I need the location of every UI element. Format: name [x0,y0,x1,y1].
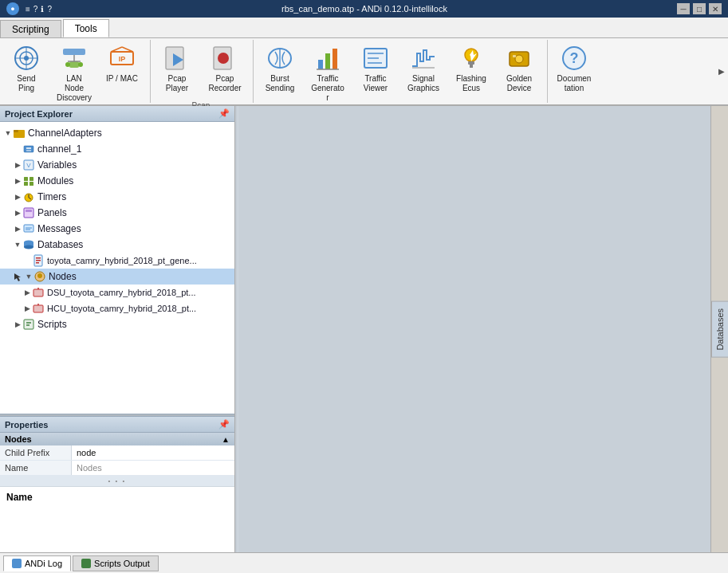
expand-icon[interactable]: ▶ [13,160,22,170]
svg-rect-5 [63,49,85,55]
tree-label: DSU_toyota_camry_hybrid_2018_pt... [47,288,196,297]
tree-label: Modules [37,175,73,186]
andi-log-label: ANDi Log [25,559,62,568]
project-explorer-title: Project Explorer [5,109,73,119]
expand-icon[interactable]: ▶ [13,224,22,234]
flashing-ecus-button[interactable]: Flashing Ecus [448,40,494,107]
minimize-button[interactable]: ─ [677,3,690,14]
databases-sidebar-label[interactable]: Databases [711,301,729,358]
docs-label: Documentation [557,74,592,93]
svg-point-34 [515,55,523,63]
menu-icon[interactable]: ≡ [26,5,30,14]
tree-item-scripts[interactable]: ▶ Scripts [0,316,234,332]
tree-item-channel-adapters[interactable]: ▼ ChannelAdapters [0,125,234,141]
app-logo: ● [6,2,19,15]
lan-node-icon [60,44,89,73]
expand-icon[interactable]: ▶ [13,176,22,186]
tree-item-databases[interactable]: ▼ Databases [0,237,234,253]
pcap-player-button[interactable]: Pcap Player [154,40,200,100]
svg-point-18 [218,53,229,64]
tab-scripting[interactable]: Scripting [0,20,61,37]
titlebar: ● ≡ ? ℹ ? rbs_can_demo.atp - ANDi 0.12.0… [0,0,728,18]
tree-item-variables[interactable]: ▶ V Variables [0,157,234,173]
lan-node-label: LAN Node Discovery [57,74,92,103]
svg-rect-22 [325,53,330,69]
properties-header: Properties 📌 [0,417,234,433]
ip-mac-button[interactable]: IP IP / MAC [99,40,145,107]
tree-label: channel_1 [37,143,81,155]
signal-graphics-button[interactable]: Signal Graphics [400,40,447,107]
expand-icon[interactable]: ▶ [13,320,22,329]
db-file-icon [32,254,45,267]
burst-sending-button[interactable]: Burst Sending [257,40,303,107]
toolbar-group-misc: Burst Sending Traffic Generator [257,40,548,103]
scripts-output-icon [81,559,91,568]
props-section-header: Nodes ▲ [0,433,234,445]
tree-label: Panels [37,207,67,218]
expand-icon[interactable]: ▼ [3,128,13,138]
tree-item-hcu[interactable]: ▶ HCU_toyota_camry_hybrid_2018_pt... [0,300,234,316]
tree-item-messages[interactable]: ▶ Messages [0,221,234,237]
svg-rect-62 [36,260,41,261]
expand-icon[interactable]: ▶ [22,288,32,297]
svg-rect-23 [333,49,337,69]
help-icon[interactable]: ? [33,5,38,14]
andi-log-tab[interactable]: ANDi Log [3,555,71,571]
name-label: Name [0,461,72,475]
toolbar-group-network: Send Ping LAN Node Discovery [3,40,151,103]
maximize-button[interactable]: □ [693,3,706,14]
tree-item-channel1[interactable]: ▶ channel_1 [0,141,234,157]
traffic-viewer-button[interactable]: Traffic Viewer [352,40,399,107]
signal-label: Signal Graphics [406,74,441,93]
scripts-output-tab[interactable]: Scripts Output [73,555,159,571]
databases-icon [22,238,35,251]
props-table: Nodes ▲ Child Prefix node Name Nodes [0,433,234,476]
info-icon[interactable]: ℹ [41,5,44,14]
tree-label: toyota_camry_hybrid_2018_pt_gene... [47,256,197,265]
expand-icon[interactable]: ▼ [24,272,33,281]
documentation-button[interactable]: ? Documentation [551,40,597,100]
pcap-player-label: Pcap Player [159,74,195,93]
expand-icon[interactable]: ▶ [13,192,22,202]
tree-item-modules[interactable]: ▶ Modules [0,173,234,189]
props-collapse-icon[interactable]: ▲ [222,435,230,444]
pcap-recorder-button[interactable]: Pcap Recorder [202,40,248,100]
svg-rect-66 [33,289,43,296]
nodes-icon [33,270,46,283]
properties-title: Properties [5,420,48,430]
tree-item-nodes[interactable]: ▼ Nodes [0,269,234,285]
svg-rect-35 [513,55,516,57]
properties-panel: Properties 📌 Nodes ▲ Child Prefix node N… [0,417,234,552]
traffic-generator-button[interactable]: Traffic Generator [305,40,351,107]
modules-icon [22,175,35,187]
ip-mac-label: IP / MAC [106,74,138,84]
tree-item-dsu[interactable]: ▶ DSU_toyota_camry_hybrid_2018_pt... [0,285,234,300]
golden-device-button[interactable]: Golden Device [496,40,542,107]
svg-rect-52 [24,208,33,218]
expand-icon[interactable]: ▼ [13,240,22,249]
pin-icon[interactable]: 📌 [218,108,230,119]
tab-tools[interactable]: Tools [63,19,109,37]
svg-point-9 [65,62,70,67]
expand-icon[interactable]: ▶ [22,304,32,313]
svg-rect-45 [24,177,28,181]
lan-node-discovery-button[interactable]: LAN Node Discovery [51,40,97,107]
expand-icon[interactable]: ▶ [13,208,22,218]
toolbar-group-help: ? Documentation [551,40,597,103]
send-ping-button[interactable]: Send Ping [3,40,49,107]
cursor-icon [13,272,22,281]
tree-item-db-file[interactable]: ▶ toyota_camry_hybrid_2018_pt_gene... [0,253,234,269]
send-ping-icon [12,44,41,73]
tree-area[interactable]: ▼ ChannelAdapters ▶ channel_1 [0,122,234,414]
svg-rect-61 [36,257,41,259]
tree-item-timers[interactable]: ▶ Timers [0,189,234,205]
splitter-dots[interactable]: • • • [0,476,234,486]
svg-point-65 [37,273,42,278]
svg-rect-21 [318,60,323,69]
svg-rect-40 [24,146,33,152]
close-button[interactable]: ✕ [709,3,722,14]
traffic-view-label: Traffic Viewer [358,74,393,93]
pin-icon[interactable]: 📌 [218,419,230,430]
tree-item-panels[interactable]: ▶ Panels [0,205,234,221]
toolbar-scroll-right[interactable]: ▶ [718,67,725,76]
